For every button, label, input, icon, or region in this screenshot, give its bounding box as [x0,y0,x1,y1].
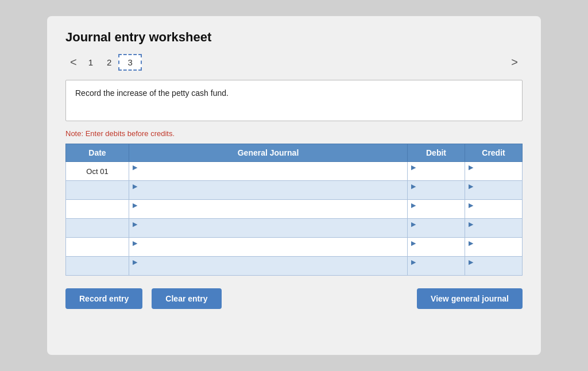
cell-credit-1[interactable] [465,181,523,200]
table-row [66,200,523,219]
table-row [66,238,523,257]
cell-date-1[interactable] [66,181,129,200]
table-row [66,181,523,200]
credit-input-1[interactable] [469,191,519,199]
journal-table: Date General Journal Debit Credit Oct 01 [65,144,523,276]
debit-input-5[interactable] [411,266,461,275]
description-text: Record the increase of the petty cash fu… [75,88,229,98]
next-arrow[interactable]: > [506,55,523,70]
col-header-date: Date [66,144,129,162]
cell-date-0[interactable]: Oct 01 [66,162,129,181]
clear-entry-button[interactable]: Clear entry [152,288,221,309]
cell-debit-5[interactable] [408,257,465,276]
cell-credit-3[interactable] [465,219,523,238]
cell-credit-2[interactable] [465,200,523,219]
cell-journal-3[interactable] [129,219,408,238]
button-row: Record entry Clear entry View general jo… [65,288,523,309]
cell-journal-0[interactable] [129,162,408,181]
debit-input-1[interactable] [411,191,461,199]
journal-input-1[interactable] [133,191,404,199]
description-box: Record the increase of the petty cash fu… [65,80,523,121]
table-row: Oct 01 [66,162,523,181]
cell-credit-4[interactable] [465,238,523,257]
cell-debit-0[interactable] [408,162,465,181]
table-row [66,219,523,238]
credit-input-5[interactable] [469,266,519,275]
record-entry-button[interactable]: Record entry [65,288,142,309]
note-text: Note: Enter debits before credits. [65,129,523,138]
cell-debit-3[interactable] [408,219,465,238]
cell-date-3[interactable] [66,219,129,238]
cell-debit-2[interactable] [408,200,465,219]
cell-date-2[interactable] [66,200,129,219]
journal-input-5[interactable] [133,266,404,275]
debit-input-3[interactable] [411,229,461,237]
col-header-credit: Credit [465,144,523,162]
journal-input-2[interactable] [133,210,404,218]
cell-journal-5[interactable] [129,257,408,276]
tabs-row: < 1 2 3 > [65,54,523,71]
view-journal-button[interactable]: View general journal [417,288,523,309]
debit-input-4[interactable] [411,248,461,256]
cell-debit-1[interactable] [408,181,465,200]
credit-input-3[interactable] [469,229,519,237]
prev-arrow[interactable]: < [65,55,82,70]
debit-input-0[interactable] [411,172,461,180]
cell-journal-1[interactable] [129,181,408,200]
col-header-debit: Debit [408,144,465,162]
table-row [66,257,523,276]
tab-2[interactable]: 2 [100,55,118,69]
cell-credit-0[interactable] [465,162,523,181]
journal-worksheet-card: Journal entry worksheet < 1 2 3 > Record… [47,16,541,355]
cell-date-4[interactable] [66,238,129,257]
journal-input-0[interactable] [133,172,404,180]
credit-input-2[interactable] [469,210,519,218]
credit-input-0[interactable] [469,172,519,180]
cell-journal-4[interactable] [129,238,408,257]
cell-debit-4[interactable] [408,238,465,257]
cell-journal-2[interactable] [129,200,408,219]
tab-1[interactable]: 1 [82,55,100,69]
col-header-journal: General Journal [129,144,408,162]
credit-input-4[interactable] [469,248,519,256]
page-title: Journal entry worksheet [65,30,523,45]
cell-date-5[interactable] [66,257,129,276]
journal-input-4[interactable] [133,248,404,256]
tab-3-active[interactable]: 3 [118,54,141,71]
cell-credit-5[interactable] [465,257,523,276]
journal-input-3[interactable] [133,229,404,237]
debit-input-2[interactable] [411,210,461,218]
